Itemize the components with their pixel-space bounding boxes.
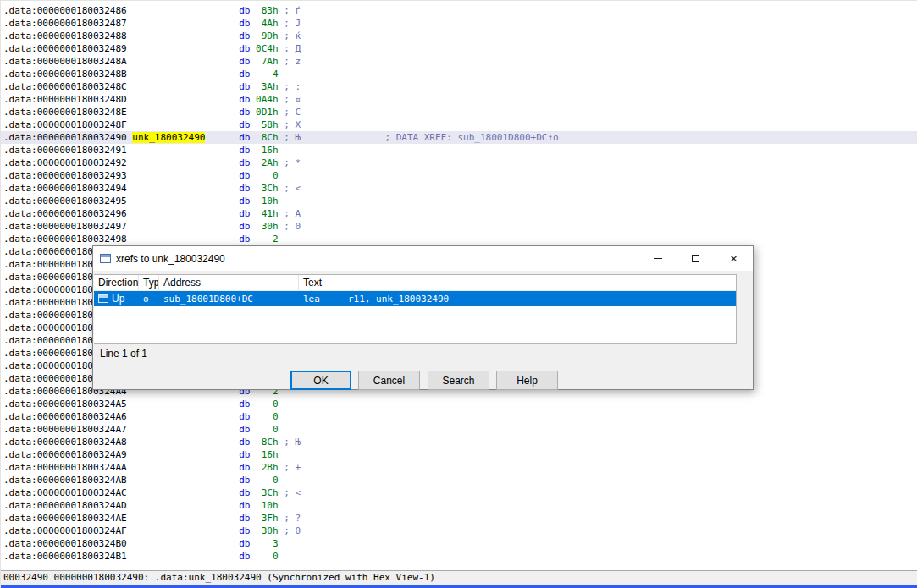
byte-value: 0D1h [250,107,278,118]
directive: db [239,30,250,41]
directive: db [239,500,250,511]
minimize-button[interactable] [638,246,677,271]
xref-address-cell: sub_18001D800+DC [159,291,299,306]
text-segment [132,43,239,54]
address: .data:00000001800324B1 [3,551,127,562]
char-comment: ; : [279,81,301,92]
listing-line[interactable]: .data:00000001800324AF db 30h ; 0 [1,525,917,537]
listing-line[interactable]: .data:00000001800324AE db 3Fh ; ? [1,512,917,525]
listing-line[interactable]: .data:0000000180032490 unk_180032490 db … [1,131,917,144]
listing-line[interactable]: .data:0000000180032489 db 0C4h ; Д [1,42,917,55]
listing-line[interactable]: .data:000000018003248C db 3Ah ; : [1,80,917,93]
byte-value: 4 [250,69,278,80]
listing-line[interactable]: .data:00000001800324A5 db 0 [1,398,917,410]
dialog-titlebar[interactable]: xrefs to unk_180032490 ✕ [93,246,753,271]
xref-direction-cell: Up [94,291,139,306]
listing-line[interactable]: .data:0000000180032496 db 41h ; A [1,207,917,220]
byte-value: 10h [250,195,278,206]
byte-value: 3Ah [250,81,278,92]
text-segment [132,145,239,156]
listing-line[interactable]: .data:00000001800324A9 db 16h [1,448,917,461]
byte-value: 41h [250,208,278,219]
listing-line[interactable]: .data:0000000180032495 db 10h [1,195,917,207]
listing-line[interactable]: .data:0000000180032488 db 9Dh ; ќ [1,30,917,42]
text-segment [132,487,239,498]
search-button[interactable]: Search [428,371,489,390]
address: .data:0000000180032490 [3,132,127,143]
address: .data:000000018003248D [3,94,127,105]
listing-line[interactable]: .data:0000000180032493 db 0 [1,169,917,182]
listing-line[interactable]: .data:000000018003248D db 0A4h ; ¤ [1,93,917,106]
listing-line[interactable]: .data:000000018003248E db 0D1h ; С [1,106,917,118]
listing-line[interactable]: .data:0000000180032491 db 16h [1,144,917,157]
byte-value: 30h [250,525,278,536]
text-segment [132,525,239,536]
xref-comment: ; DATA XREF: sub_18001D800+DC↑o [384,132,558,143]
directive: db [239,208,250,219]
byte-value: 2Ah [250,157,278,168]
byte-value: 0 [250,411,278,422]
char-comment: ; Њ [279,437,301,448]
address: .data:00000001800324B0 [3,538,127,549]
listing-line[interactable]: .data:00000001800324B0 db 3 [1,537,917,550]
help-button[interactable]: Help [496,371,558,390]
listing-line[interactable]: .data:0000000180032486 db 83h ; ѓ [1,4,917,17]
address: .data:0000000180032496 [3,208,127,219]
address: .data:00000001800324AE [3,513,127,524]
text-segment [132,437,239,448]
directive: db [239,170,250,181]
directive: db [239,94,250,105]
address: .data:0000000180032494 [3,183,127,194]
listing-line[interactable]: .data:00000001800324AD db 10h [1,499,917,512]
maximize-button[interactable] [677,246,715,271]
column-header-typ[interactable]: Typ [139,275,159,290]
directive: db [239,513,250,524]
char-comment: ; ќ [279,30,301,41]
cancel-button[interactable]: Cancel [358,371,420,390]
listing-line[interactable]: .data:00000001800324A6 db 0 [1,410,917,423]
listing-line[interactable]: .data:00000001800324AB db 0 [1,474,917,486]
char-comment: ; 0 [279,525,301,536]
xrefs-window-icon [100,254,111,263]
xrefs-list-header: DirectionTypAddressText [94,275,736,291]
byte-value: 8Ch [250,132,278,143]
char-comment: ; * [279,157,301,168]
directive: db [239,221,250,232]
xrefs-list[interactable]: DirectionTypAddressText Uposub_18001D800… [94,274,737,344]
ok-button[interactable]: OK [290,371,351,390]
listing-line[interactable]: .data:000000018003248B db 4 [1,68,917,80]
xref-item-icon [98,294,108,303]
listing-line[interactable]: .data:00000001800324A8 db 8Ch ; Њ [1,436,917,448]
listing-line[interactable]: .data:00000001800324AC db 3Ch ; < [1,486,917,499]
text-segment [132,411,239,422]
listing-line[interactable]: .data:000000018003248A db 7Ah ; z [1,55,917,68]
listing-line[interactable]: .data:0000000180032497 db 30h ; 0 [1,220,917,233]
byte-value: 2Bh [250,462,278,473]
address: .data:00000001800324A8 [3,437,127,448]
listing-line[interactable]: .data:000000018003248F db 58h ; X [1,118,917,131]
directive: db [239,449,250,460]
directive: db [239,398,250,409]
text-segment [132,56,239,67]
listing-line[interactable]: .data:0000000180032494 db 3Ch ; < [1,182,917,195]
listing-line[interactable]: .data:0000000180032492 db 2Ah ; * [1,157,917,169]
directive: db [239,475,250,486]
listing-line[interactable]: .data:0000000180032498 db 2 [1,233,917,245]
char-comment: ; X [279,119,301,130]
column-header-text[interactable]: Text [299,275,736,290]
listing-line[interactable]: .data:00000001800324AA db 2Bh ; + [1,461,917,474]
char-comment: ; С [279,107,301,118]
directive: db [239,195,250,206]
listing-line[interactable]: .data:00000001800324A7 db 0 [1,423,917,436]
column-header-address[interactable]: Address [159,275,299,290]
column-header-direction[interactable]: Direction [94,275,139,290]
listing-line[interactable]: .data:00000001800324B1 db 0 [1,550,917,563]
text-segment [132,5,239,16]
char-comment: ; Њ [279,132,301,143]
address: .data:0000000180032488 [3,30,127,41]
byte-value: 7Ah [250,56,278,67]
directive: db [239,424,250,435]
listing-line[interactable]: .data:0000000180032487 db 4Ah ; J [1,17,917,30]
xref-row[interactable]: Uposub_18001D800+DClea r11, unk_18003249… [94,291,736,306]
close-button[interactable]: ✕ [715,246,753,271]
